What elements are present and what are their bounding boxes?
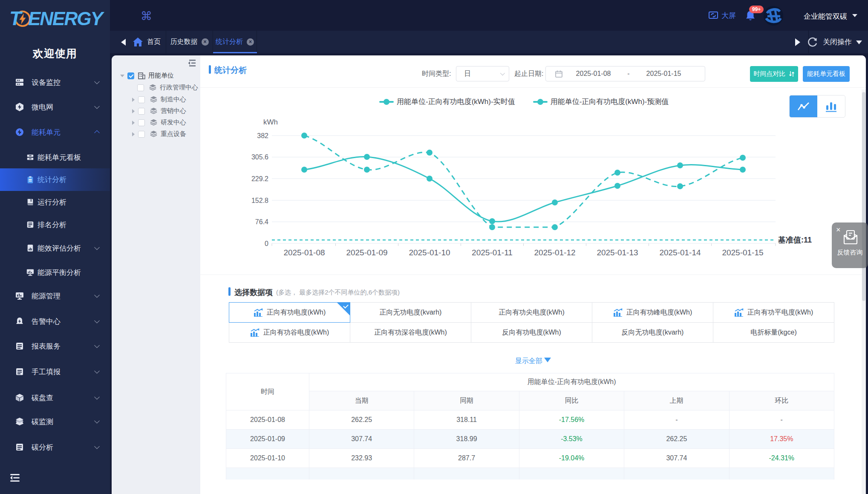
svg-text:305.6: 305.6: [251, 153, 268, 161]
svg-text:2025-01-11: 2025-01-11: [472, 248, 513, 257]
svg-text:152.8: 152.8: [251, 197, 268, 204]
svg-text:2025-01-15: 2025-01-15: [722, 248, 763, 257]
svg-text:ENERGY: ENERGY: [28, 8, 104, 29]
svg-text:76.4: 76.4: [255, 218, 268, 225]
svg-text:kWh: kWh: [263, 118, 278, 126]
svg-text:2025-01-09: 2025-01-09: [346, 248, 387, 257]
svg-text:2025-01-12: 2025-01-12: [534, 248, 575, 257]
svg-text:基准值:11: 基准值:11: [778, 236, 812, 244]
svg-text:2025-01-08: 2025-01-08: [283, 248, 325, 257]
svg-text:382: 382: [257, 132, 268, 139]
svg-text:229.2: 229.2: [251, 175, 268, 182]
svg-text:2025-01-14: 2025-01-14: [659, 248, 701, 257]
svg-text:2025-01-13: 2025-01-13: [597, 248, 638, 257]
svg-text:2025-01-10: 2025-01-10: [409, 248, 450, 257]
svg-text:0: 0: [265, 240, 268, 247]
